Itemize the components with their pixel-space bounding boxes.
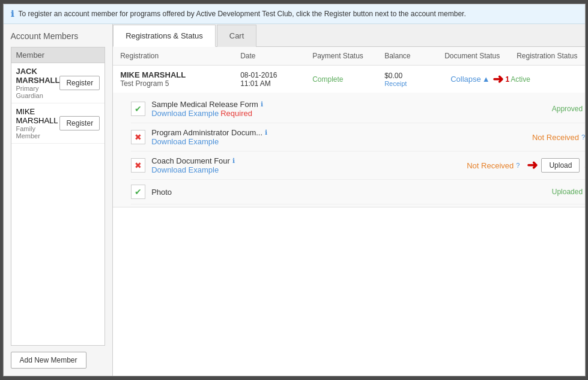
doc-status-coach: Not Received ? xyxy=(467,161,523,170)
check-icon: ✔ xyxy=(135,104,142,114)
sidebar: Account Members Member JACK MARSHALL Pri… xyxy=(4,24,114,376)
arrow-1-icon: ➜ xyxy=(493,72,503,87)
jack-name: JACK MARSHALL xyxy=(16,67,60,85)
doc-icon-program-admin: ✖ xyxy=(131,130,145,144)
info-icon: ℹ xyxy=(11,9,14,19)
doc-name-photo: Photo xyxy=(151,188,552,197)
reg-receipt-link[interactable]: Receipt xyxy=(384,80,450,87)
doc-row-medical: ✔ Sample Medical Release Form ℹ Download… xyxy=(131,95,584,123)
col-registration: Registration xyxy=(120,52,240,60)
reg-date: 08-01-2016 xyxy=(240,71,312,79)
registration-row-mike: MIKE MARSHALL Test Program 5 08-01-2016 … xyxy=(113,66,584,207)
doc-name-medical: Sample Medical Release Form ℹ xyxy=(151,100,552,109)
col-payment-status: Payment Status xyxy=(312,52,384,60)
tab-registrations-status[interactable]: Registrations & Status xyxy=(113,25,216,47)
doc-row-coach: ✖ Coach Document Four ℹ Download Example xyxy=(131,152,584,180)
collapse-arrow-icon: ▲ xyxy=(482,75,490,84)
download-example-link-coach[interactable]: Download Example xyxy=(151,165,219,174)
reg-payment-status: Complete xyxy=(312,75,343,84)
check-icon-photo: ✔ xyxy=(135,187,142,197)
tabs: Registrations & Status Cart xyxy=(113,24,584,47)
doc-icon-coach: ✖ xyxy=(131,158,145,173)
doc-download-medical: Download Example Required xyxy=(151,109,552,118)
required-label-medical: Required xyxy=(220,109,252,118)
reg-balance: $0.00 xyxy=(384,72,450,80)
doc-status-program-admin: Not Received ? xyxy=(532,133,585,142)
mike-role: Family Member xyxy=(16,125,60,139)
mike-name: MIKE MARSHALL xyxy=(16,107,60,125)
info-icon-medical[interactable]: ℹ xyxy=(261,100,263,108)
arrow-1-label: 1 xyxy=(506,75,510,84)
collapse-label: Collapse xyxy=(450,75,481,84)
doc-info-coach: Coach Document Four ℹ Download Example xyxy=(151,156,467,174)
collapse-button[interactable]: Collapse ▲ xyxy=(450,75,489,84)
doc-name-program-admin: Program Administrator Docum... ℹ xyxy=(151,128,532,137)
reg-member-name: MIKE MARSHALL xyxy=(120,70,240,79)
doc-icon-medical: ✔ xyxy=(131,102,145,116)
jack-info: JACK MARSHALL Primary Guardian xyxy=(16,67,60,99)
reg-time: 11:01 AM xyxy=(240,79,312,88)
col-balance: Balance xyxy=(384,52,444,60)
tab-cart[interactable]: Cart xyxy=(217,25,257,47)
doc-icon-photo: ✔ xyxy=(131,185,145,199)
upload-button-coach[interactable]: Upload xyxy=(541,158,580,173)
arrow-2-icon: ➜ xyxy=(527,158,538,173)
jack-role: Primary Guardian xyxy=(16,85,60,99)
doc-download-program-admin: Download Example xyxy=(151,137,532,146)
col-document-status: Document Status xyxy=(444,52,517,60)
reg-program: Test Program 5 xyxy=(120,79,240,88)
question-icon-program-admin[interactable]: ? xyxy=(581,133,585,141)
doc-right-coach: Not Received ? ➜ Upload 2 xyxy=(467,158,584,173)
download-example-link-medical[interactable]: Download Example xyxy=(151,109,219,118)
main-content: Account Members Member JACK MARSHALL Pri… xyxy=(4,24,585,376)
documents-section: ✔ Sample Medical Release Form ℹ Download… xyxy=(113,93,584,207)
doc-status-photo: Uploaded xyxy=(552,188,585,196)
info-bar: ℹ To register an account member for prog… xyxy=(4,4,585,24)
reg-payment-cell: Complete xyxy=(312,75,384,84)
sidebar-title: Account Members xyxy=(11,31,106,41)
doc-row-program-admin: ✖ Program Administrator Docum... ℹ Downl… xyxy=(131,123,584,152)
reg-date-cell: 08-01-2016 11:01 AM xyxy=(240,71,312,88)
jack-register-button[interactable]: Register xyxy=(59,76,100,90)
info-icon-coach[interactable]: ℹ xyxy=(232,157,235,165)
add-new-member-button[interactable]: Add New Member xyxy=(11,352,86,369)
doc-row-photo: ✔ Photo Uploaded xyxy=(131,180,584,204)
reg-balance-cell: $0.00 Receipt xyxy=(384,72,450,87)
doc-info-medical: Sample Medical Release Form ℹ Download E… xyxy=(151,100,552,118)
col-registration-status: Registration Status xyxy=(517,52,584,60)
reg-doc-status-cell: Collapse ▲ ➜ 1 xyxy=(450,72,511,87)
download-example-link-program-admin[interactable]: Download Example xyxy=(151,137,219,146)
reg-name-cell: MIKE MARSHALL Test Program 5 xyxy=(120,70,240,88)
member-item-jack: JACK MARSHALL Primary Guardian Register xyxy=(11,63,105,103)
reg-status: Active xyxy=(511,75,530,84)
doc-download-coach: Download Example xyxy=(151,165,467,174)
x-icon-program-admin: ✖ xyxy=(135,132,142,142)
registrations-content: Registration Date Payment Status Balance… xyxy=(113,47,584,376)
table-header: Registration Date Payment Status Balance… xyxy=(113,47,584,66)
x-icon-coach: ✖ xyxy=(135,161,142,170)
member-list: Member JACK MARSHALL Primary Guardian Re… xyxy=(11,47,106,346)
doc-name-coach: Coach Document Four ℹ xyxy=(151,156,467,165)
mike-info: MIKE MARSHALL Family Member xyxy=(16,107,60,139)
doc-info-program-admin: Program Administrator Docum... ℹ Downloa… xyxy=(151,128,532,146)
content-area: Registrations & Status Cart Registration… xyxy=(113,24,584,376)
reg-status-cell: Active xyxy=(511,75,583,84)
mike-register-button[interactable]: Register xyxy=(59,116,100,130)
doc-info-photo: Photo xyxy=(151,188,552,197)
member-list-header: Member xyxy=(11,48,105,63)
info-icon-program-admin[interactable]: ℹ xyxy=(265,129,267,136)
question-icon-coach[interactable]: ? xyxy=(516,162,520,169)
member-item-mike: MIKE MARSHALL Family Member Register xyxy=(11,103,105,144)
registration-main: MIKE MARSHALL Test Program 5 08-01-2016 … xyxy=(113,66,584,93)
doc-status-medical: Approved xyxy=(552,105,585,113)
col-date: Date xyxy=(240,52,312,60)
info-text: To register an account member for progra… xyxy=(19,10,466,18)
